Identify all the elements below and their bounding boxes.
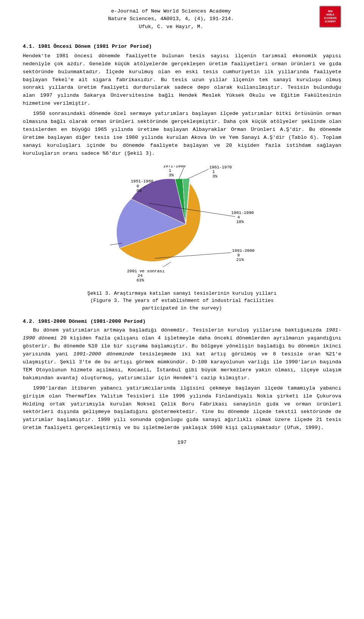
label-1991-2000-count: 8	[237, 253, 240, 258]
label-2001-sonrasi: 2001 ve sonrası	[127, 269, 165, 273]
section-42-title: 4.2. 1981-2000 Dönemi (1981-2000 Period)	[23, 319, 341, 324]
section-41-para1: Hendek'te 1981 öncesi dönemde faaliyette…	[23, 52, 341, 108]
header-line1: e-Journal of New World Sciences Academy	[23, 8, 341, 15]
section-41-title: 4.1. 1981 Öncesi Dönem (1981 Prior Perio…	[23, 44, 341, 49]
section-41-para2: 1950 sonrasındaki dönemde özel sermaye y…	[23, 110, 341, 158]
section-42-para2: 1990'lardan itibaren yabancı yatırımcıla…	[23, 385, 341, 432]
pie-chart-svg: 1961-1970 1 3% 1971-1980 1 3% 1951-1960 …	[87, 165, 277, 287]
pie-chart: 1961-1970 1 3% 1971-1980 1 3% 1951-1960 …	[87, 165, 277, 287]
label-1951-1960-pct: 0%	[136, 189, 142, 193]
label-1951-1960-count: 0	[136, 184, 139, 189]
label-1961-1970-pct: 3%	[212, 174, 218, 179]
chart-area: 1961-1970 1 3% 1971-1980 1 3% 1951-1960 …	[23, 165, 341, 312]
label-1991-2000-pct: 21%	[236, 258, 244, 262]
caption-line3: participated in the survey)	[87, 305, 276, 312]
caption-line2: (Figure 3. The years of establishment of…	[87, 297, 276, 305]
label-1961-1970-count: 1	[212, 170, 215, 174]
svg-line-0	[187, 169, 209, 179]
section-42-para1: Bu dönem yatırımların artmaya başladığı …	[23, 327, 341, 382]
page-header: NEWWORLDSCIENCESACADEMY e-Journal of New…	[23, 8, 341, 31]
label-2001-sonrasi-pct: 63%	[136, 278, 144, 283]
label-1981-1990-count: 4	[237, 215, 240, 220]
label-1971-1980-pct: 3%	[169, 173, 174, 178]
label-1991-2000: 1991-2000	[232, 248, 254, 253]
label-2001-sonrasi-count: 24	[138, 273, 143, 278]
svg-line-6	[163, 262, 171, 267]
label-1981-1990-pct: 10%	[236, 220, 244, 224]
caption-line1: Şekil 3. Araştırmaya katılan sanayi tesi…	[87, 290, 276, 297]
svg-line-1	[179, 167, 184, 179]
header-line3: Ufuk, C. ve Hayır, M.	[23, 23, 341, 31]
label-1981-1990: 1981-1990	[231, 211, 254, 215]
figure-caption: Şekil 3. Araştırmaya katılan sanayi tesi…	[87, 290, 276, 312]
label-1961-1970: 1961-1970	[209, 165, 232, 170]
page-number: 197	[23, 440, 341, 445]
label-1971-1980-count: 1	[169, 168, 171, 173]
journal-logo: NEWWORLDSCIENCESACADEMY	[319, 6, 341, 28]
header-line2: Nature Sciences, 4A0013, 4, (4), 191-214…	[23, 15, 341, 23]
label-1951-1960: 1951-1960	[131, 179, 153, 184]
logo-container: NEWWORLDSCIENCESACADEMY	[319, 6, 341, 28]
label-1971-1980: 1971-1980	[163, 165, 185, 168]
